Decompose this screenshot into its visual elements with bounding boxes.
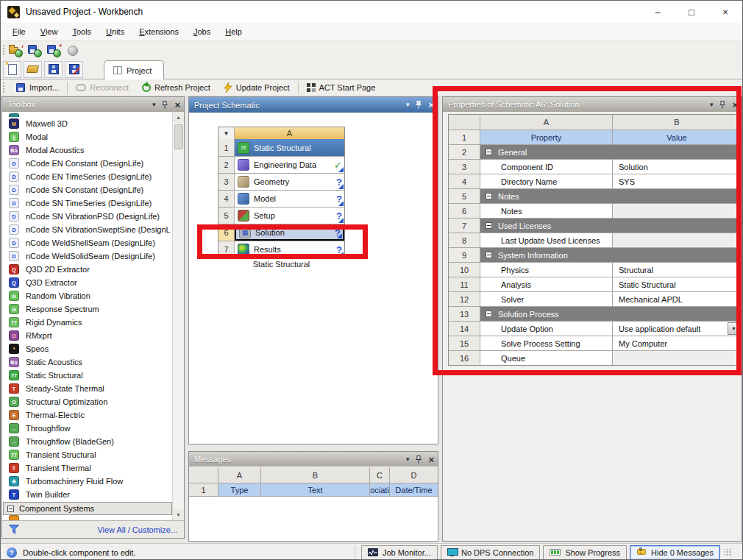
collapse-icon[interactable]	[486, 193, 492, 199]
schematic-row-results[interactable]: 7 Results?	[218, 241, 344, 258]
toolbox-item[interactable]: D nCode SN VibrationSweptSine (DesignL	[2, 223, 184, 236]
toolbox-item[interactable]: D nCode SN VibrationPSD (DesignLife)	[2, 210, 184, 223]
scrollbar-thumb[interactable]	[174, 124, 183, 149]
properties-row[interactable]: 8 Last Update Used Licenses ▼	[449, 233, 741, 247]
toolbox-item[interactable]: ılı Response Spectrum	[2, 302, 184, 316]
view-all-customize-link[interactable]: View All / Customize...	[97, 525, 177, 534]
toolbox-item[interactable]: * Speos	[2, 342, 184, 355]
schematic-row-model[interactable]: 4 Model?	[218, 190, 344, 207]
pin-icon[interactable]	[719, 101, 725, 109]
pin-icon[interactable]	[162, 101, 168, 109]
schematic-row-solution[interactable]: 6 ▦Solution?	[218, 224, 344, 241]
schematic-row-engineering-data[interactable]: 2 Engineering Data✓	[218, 156, 344, 173]
project-schematic-header[interactable]: Project Schematic ▾ ×	[189, 97, 438, 113]
value-cell[interactable]: Use application default▼	[613, 322, 741, 336]
panel-dropdown-icon[interactable]: ▾	[406, 102, 410, 108]
maximize-button[interactable]: □	[675, 1, 708, 23]
toolbox-item[interactable]: Ω RMxprt	[2, 329, 184, 342]
messages-column-d[interactable]: D	[390, 467, 438, 483]
toolbox-item[interactable]: D nCode WeldShellSeam (DesignLife)	[2, 236, 184, 249]
collapse-icon[interactable]	[486, 222, 492, 229]
menu-item[interactable]: File	[5, 25, 33, 38]
toolbox-item[interactable]: D nCode EN Constant (DesignLife)	[2, 157, 184, 170]
toolbox-item[interactable]: || Modal	[2, 130, 184, 143]
toolbox-scrollbar[interactable]: ▲ ▼	[172, 112, 184, 520]
send-to-repository-icon[interactable]: *	[47, 43, 62, 58]
toolbar-grip[interactable]	[2, 44, 6, 57]
toolbox-item[interactable]: 77 Transient Structural	[2, 448, 184, 461]
toolbox-item[interactable]: Q Q3D Extractor	[2, 276, 184, 289]
value-cell[interactable]: SYS▼	[613, 174, 741, 188]
properties-row[interactable]: 9 System Information ▼	[449, 247, 741, 262]
messages-association-header[interactable]: ociati	[370, 483, 390, 497]
panel-dropdown-icon[interactable]: ▾	[406, 456, 410, 463]
pin-icon[interactable]	[416, 456, 422, 464]
messages-column-c[interactable]: C	[370, 467, 390, 483]
tab-project[interactable]: Project	[104, 60, 164, 80]
save-project-button[interactable]	[44, 61, 63, 78]
show-progress-button[interactable]: Show Progress	[543, 545, 627, 560]
import-button[interactable]: Import...	[9, 79, 65, 96]
toolbox-item[interactable]: 77 Rigid Dynamics	[2, 316, 184, 329]
properties-row[interactable]: 16 Queue ▼	[449, 350, 741, 365]
resize-grip[interactable]	[725, 549, 732, 556]
system-menu-dropdown[interactable]: ▼	[218, 127, 235, 139]
menu-item[interactable]: Tools	[65, 25, 99, 38]
value-cell[interactable]: ▼	[613, 233, 741, 247]
toolbox-header[interactable]: Toolbox ▾ ×	[2, 97, 184, 112]
toolbox-group-component-systems[interactable]: Component Systems	[3, 502, 172, 515]
value-cell[interactable]: ▼	[613, 351, 741, 365]
system-column-header[interactable]: A	[235, 127, 344, 139]
dropdown-arrow-icon[interactable]: ▼	[728, 322, 740, 335]
menu-item[interactable]: Jobs	[186, 25, 218, 38]
properties-row[interactable]: 13 Solution Process ▼	[449, 306, 741, 321]
toolbox-item[interactable]: ılı Random Vibration	[2, 289, 184, 302]
filter-icon[interactable]	[9, 525, 19, 534]
properties-header[interactable]: Properties of Schematic A6: Solution ▾ ×	[443, 97, 742, 112]
toolbox-item[interactable]: D nCode WeldSolidSeam (DesignLife)	[2, 249, 184, 263]
value-cell[interactable]: ▼	[613, 307, 741, 321]
panel-close-icon[interactable]: ×	[174, 100, 180, 110]
collapse-icon[interactable]	[486, 252, 492, 258]
toolbox-item[interactable]: T Twin Builder	[2, 488, 184, 501]
messages-column-b[interactable]: B	[261, 467, 370, 483]
toolbar-grip[interactable]	[2, 82, 6, 93]
column-a-header[interactable]: A	[480, 115, 613, 130]
collapse-icon[interactable]	[7, 506, 14, 512]
value-cell[interactable]: ▼	[613, 145, 741, 159]
properties-row[interactable]: 11 Analysis Static Structural▼	[449, 277, 741, 291]
toolbox-item[interactable]: D nCode SN Constant (DesignLife)	[2, 183, 184, 196]
dps-connection-button[interactable]: No DPS Connection	[441, 545, 540, 560]
schematic-row-static-structural[interactable]: 1 77Static Structural	[218, 139, 344, 156]
toolbox-item[interactable]: O Structural Optimization	[2, 395, 184, 408]
menu-item[interactable]: View	[33, 25, 65, 38]
properties-row[interactable]: 14 Update Option Use application default…	[449, 321, 741, 336]
toolbox-item[interactable]: T Transient Thermal	[2, 461, 184, 475]
properties-row[interactable]: 2 General ▼	[449, 144, 741, 159]
messages-text-header[interactable]: Text	[261, 483, 370, 497]
value-cell[interactable]: ▼	[613, 189, 741, 203]
messages-type-header[interactable]: Type	[218, 483, 261, 497]
value-cell[interactable]: My Computer▼	[613, 336, 741, 350]
value-cell[interactable]: Value▼	[613, 130, 741, 144]
properties-row[interactable]: 3 Component ID Solution▼	[449, 159, 741, 174]
hide-messages-button[interactable]: 0 Hide 0 Messages	[630, 545, 720, 560]
new-project-button[interactable]: *	[3, 61, 21, 78]
value-cell[interactable]: Static Structural▼	[613, 277, 741, 291]
toolbox-item[interactable]: M Maxwell 3D	[2, 117, 184, 130]
panel-dropdown-icon[interactable]: ▾	[710, 102, 714, 108]
properties-row[interactable]: 4 Directory Name SYS▼	[449, 174, 741, 188]
messages-column-a[interactable]: A	[218, 467, 261, 483]
toolbox-item[interactable]: Bo Static Acoustics	[2, 355, 184, 369]
properties-row[interactable]: 12 Solver Mechanical APDL▼	[449, 291, 741, 306]
scroll-down-icon[interactable]: ▼	[173, 509, 184, 520]
properties-row[interactable]: 15 Solve Process Setting My Computer▼	[449, 336, 741, 350]
reconnect-button[interactable]: Reconnect	[69, 79, 135, 96]
open-project-button[interactable]	[24, 61, 42, 78]
collapse-icon[interactable]	[486, 311, 492, 317]
panel-dropdown-icon[interactable]: ▾	[152, 102, 156, 108]
panel-close-icon[interactable]: ×	[732, 100, 738, 110]
refresh-project-button[interactable]: Refresh Project	[135, 79, 217, 96]
toolbox-item[interactable]: D nCode EN TimeSeries (DesignLife)	[2, 170, 184, 183]
save-to-repository-icon[interactable]	[28, 43, 43, 58]
